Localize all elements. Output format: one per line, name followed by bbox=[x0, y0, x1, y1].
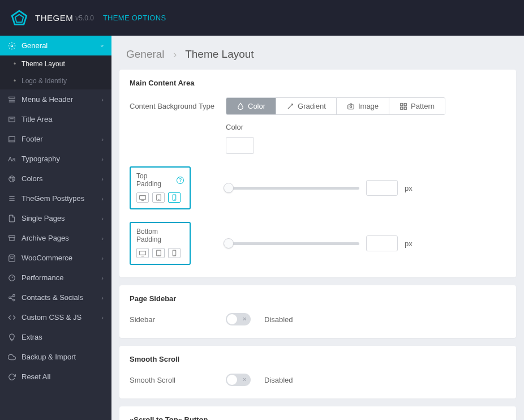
brand-version: v5.0.0 bbox=[75, 14, 94, 22]
brand-name: THEGEM bbox=[35, 13, 73, 23]
svg-point-23 bbox=[13, 299, 15, 301]
title-icon bbox=[8, 115, 16, 123]
sidebar-item-label: Typography bbox=[22, 155, 60, 163]
chevron-icon: › bbox=[101, 215, 104, 222]
sidebar-item-label: Title Area bbox=[22, 115, 52, 123]
sidebar-item-backup[interactable]: Backup & Import bbox=[0, 347, 111, 367]
gear-icon bbox=[8, 42, 16, 50]
bottom-padding-input[interactable] bbox=[366, 235, 398, 251]
top-padding-slider[interactable] bbox=[224, 183, 359, 193]
sidebar-item-label: General bbox=[22, 41, 48, 50]
breadcrumb: General › Theme Layout bbox=[111, 36, 524, 70]
sidebar-toggle[interactable]: ✕ bbox=[226, 313, 251, 325]
device-mobile[interactable] bbox=[168, 248, 181, 258]
breadcrumb-sep: › bbox=[173, 48, 177, 60]
theme-options-link[interactable]: THEME OPTIONS bbox=[103, 14, 166, 22]
bottom-padding-unit: px bbox=[405, 239, 413, 248]
svg-rect-27 bbox=[348, 105, 354, 109]
sidebar-item-label: TheGem Posttypes bbox=[22, 194, 84, 203]
sidebar-item-extras[interactable]: Extras bbox=[0, 327, 111, 347]
footer-icon bbox=[8, 135, 16, 143]
bottom-padding-label: Bottom Padding bbox=[136, 228, 184, 243]
panel-scroll-top: «Scroll to Top» Button bbox=[119, 406, 516, 420]
sidebar-item-colors[interactable]: Colors › bbox=[0, 169, 111, 188]
panel-page-sidebar: Page Sidebar Sidebar ✕ Disabled bbox=[119, 285, 516, 338]
chevron-icon: › bbox=[101, 96, 104, 103]
chevron-icon: › bbox=[101, 275, 104, 281]
sidebar-item-label: Contacts & Socials bbox=[22, 293, 83, 302]
sidebar-item-typography[interactable]: Aa Typography › bbox=[0, 149, 111, 169]
chevron-icon: › bbox=[101, 294, 104, 301]
top-padding-input[interactable] bbox=[366, 180, 398, 196]
bulb-icon bbox=[8, 333, 16, 341]
sidebar-item-title-area[interactable]: Title Area bbox=[0, 109, 111, 129]
code-icon bbox=[8, 314, 16, 322]
top-padding-box: Top Padding ? bbox=[130, 166, 191, 209]
panel-title: «Scroll to Top» Button bbox=[130, 415, 506, 420]
top-padding-label: Top Padding bbox=[136, 172, 173, 188]
share-icon bbox=[8, 294, 16, 302]
svg-point-11 bbox=[10, 177, 11, 178]
svg-point-28 bbox=[350, 105, 352, 108]
chevron-icon: › bbox=[101, 314, 104, 321]
device-mobile[interactable] bbox=[168, 192, 181, 203]
bg-type-gradient[interactable]: Gradient bbox=[276, 98, 336, 114]
chevron-icon: › bbox=[99, 45, 106, 47]
bottom-padding-slider[interactable] bbox=[224, 238, 359, 248]
palette-icon bbox=[8, 175, 16, 183]
sidebar-item-label: WooCommerce bbox=[22, 254, 72, 262]
sidebar-item-performance[interactable]: Performance › bbox=[0, 268, 111, 288]
svg-point-10 bbox=[9, 175, 15, 182]
device-desktop[interactable] bbox=[136, 248, 149, 258]
x-icon: ✕ bbox=[242, 376, 247, 383]
sidebar-item-label: Backup & Import bbox=[22, 353, 76, 361]
svg-rect-32 bbox=[404, 107, 406, 109]
svg-line-24 bbox=[11, 295, 13, 297]
sidebar-state: Disabled bbox=[264, 315, 293, 324]
gradient-icon bbox=[286, 102, 294, 110]
device-tablet[interactable] bbox=[152, 192, 165, 203]
sidebar-item-reset[interactable]: Reset All bbox=[0, 367, 111, 387]
bg-type-image[interactable]: Image bbox=[336, 98, 389, 114]
seg-label: Gradient bbox=[298, 102, 326, 110]
sidebar-item-archive-pages[interactable]: Archive Pages › bbox=[0, 228, 111, 248]
top-padding-unit: px bbox=[405, 184, 413, 192]
sidebar-item-contacts[interactable]: Contacts & Socials › bbox=[0, 288, 111, 307]
sidebar-item-footer[interactable]: Footer › bbox=[0, 129, 111, 149]
sidebar-item-menu-header[interactable]: Menu & Header › bbox=[0, 89, 111, 109]
sidebar-item-label: Reset All bbox=[22, 372, 50, 381]
sidebar-item-single-pages[interactable]: Single Pages › bbox=[0, 208, 111, 228]
sidebar-sub-theme-layout[interactable]: Theme Layout bbox=[0, 55, 111, 72]
sidebar-item-label: Archive Pages bbox=[22, 234, 69, 242]
color-row: Color bbox=[226, 123, 506, 154]
breadcrumb-root[interactable]: General bbox=[126, 48, 165, 60]
smooth-scroll-label: Smooth Scroll bbox=[130, 376, 226, 384]
svg-rect-6 bbox=[9, 117, 15, 121]
sidebar-item-general[interactable]: General › bbox=[0, 36, 111, 55]
color-swatch[interactable] bbox=[226, 137, 254, 154]
svg-rect-39 bbox=[140, 251, 146, 255]
device-tablet[interactable] bbox=[152, 248, 165, 258]
panel-main-content: Main Content Area Content Background Typ… bbox=[119, 70, 516, 277]
sidebar-item-label: Custom CSS & JS bbox=[22, 313, 81, 322]
panel-title: Page Sidebar bbox=[130, 294, 506, 303]
sidebar-item-custom-css[interactable]: Custom CSS & JS › bbox=[0, 307, 111, 327]
seg-label: Image bbox=[358, 102, 379, 110]
chevron-icon: › bbox=[101, 255, 104, 262]
camera-icon bbox=[347, 102, 355, 110]
color-label: Color bbox=[226, 123, 506, 131]
sidebar-item-posttypes[interactable]: TheGem Posttypes › bbox=[0, 188, 111, 208]
help-icon[interactable]: ? bbox=[177, 177, 184, 184]
sidebar-item-woocommerce[interactable]: WooCommerce › bbox=[0, 248, 111, 268]
device-desktop[interactable] bbox=[136, 192, 149, 203]
logo-icon bbox=[10, 9, 28, 27]
sidebar-sub-logo-identity[interactable]: Logo & Identity bbox=[0, 72, 111, 89]
bg-type-pattern[interactable]: Pattern bbox=[389, 98, 445, 114]
svg-rect-3 bbox=[9, 97, 15, 98]
typography-icon: Aa bbox=[8, 155, 16, 163]
panel-title: Smooth Scroll bbox=[130, 355, 506, 363]
svg-rect-33 bbox=[140, 195, 146, 199]
x-icon: ✕ bbox=[242, 316, 247, 322]
bg-type-color[interactable]: Color bbox=[226, 98, 276, 114]
smooth-scroll-toggle[interactable]: ✕ bbox=[226, 374, 251, 386]
